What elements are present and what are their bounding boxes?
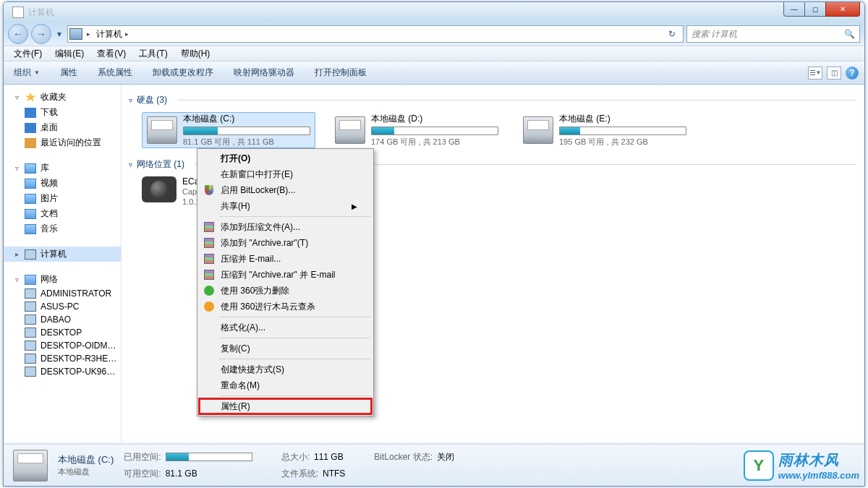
sidebar-net-2[interactable]: DABAO (4, 313, 121, 326)
details-name: 本地磁盘 (C:) (58, 453, 114, 466)
sidebar-item-documents[interactable]: 文档 (4, 206, 121, 221)
sidebar-network[interactable]: ▿网络 (4, 272, 121, 287)
explorer-window: 计算机 — ◻ ✕ ← → ▾ ▸ 计算机▸ ↻ 搜索 计算机 🔍 文件(F) … (3, 1, 865, 487)
ctx-label: 创建快捷方式(S) (221, 364, 284, 376)
drive-icon (147, 116, 177, 144)
drive-item-2[interactable]: 本地磁盘 (E:) 195 GB 可用 , 共 232 GB (518, 112, 692, 148)
tool-mapdrive[interactable]: 映射网络驱动器 (229, 64, 299, 82)
tool-sysprops[interactable]: 系统属性 (93, 64, 137, 82)
breadcrumb-seg-root[interactable]: ▸ (84, 26, 93, 42)
pc-icon (25, 288, 36, 299)
ctx-item-1[interactable]: 在新窗口中打开(E) (199, 166, 372, 182)
tool-properties[interactable]: 属性 (56, 64, 82, 82)
sidebar-item-pictures[interactable]: 图片 (4, 191, 121, 206)
details-total: 111 GB (314, 452, 344, 462)
menu-help[interactable]: 帮助(H) (175, 46, 216, 61)
sidebar-net-1[interactable]: ASUS-PC (4, 300, 121, 313)
menu-file[interactable]: 文件(F) (8, 46, 48, 61)
ctx-item-19[interactable]: 属性(R) (199, 398, 372, 414)
ctx-item-5[interactable]: 添加到压缩文件(A)... (199, 219, 372, 235)
breadcrumb-seg-computer[interactable]: 计算机▸ (93, 26, 132, 42)
breadcrumb[interactable]: ▸ 计算机▸ ↻ (67, 25, 684, 43)
menu-view[interactable]: 查看(V) (91, 46, 132, 61)
network-icon (25, 275, 36, 285)
tool-controlpanel[interactable]: 打开控制面板 (310, 64, 371, 82)
shield-icon (205, 185, 213, 195)
drive-item-1[interactable]: 本地磁盘 (D:) 174 GB 可用 , 共 213 GB (330, 112, 503, 148)
ctx-item-17[interactable]: 重命名(M) (199, 377, 372, 393)
ctx-item-12[interactable]: 格式化(A)... (199, 320, 372, 335)
context-menu: 打开(O)在新窗口中打开(E)启用 BitLocker(B)...共享(H)▶添… (197, 148, 374, 416)
ctx-label: 压缩到 "Archive.rar" 并 E-mail (221, 269, 336, 281)
menu-edit[interactable]: 编辑(E) (49, 46, 90, 61)
titlebar[interactable]: 计算机 (4, 2, 864, 22)
close-button[interactable]: ✕ (825, 2, 860, 17)
pc-icon (25, 341, 36, 351)
computer-icon (25, 249, 36, 260)
details-fs: NTFS (323, 468, 345, 479)
sidebar-net-5[interactable]: DESKTOP-R3HE… (4, 352, 121, 365)
rar-icon (204, 254, 214, 264)
sidebar-item-recent[interactable]: 最近访问的位置 (4, 135, 121, 150)
details-pane: 本地磁盘 (C:) 本地磁盘 已用空间: 可用空间:81.1 GB 总大小:11… (4, 444, 864, 486)
pc-icon (25, 367, 36, 377)
ctx-item-9[interactable]: 使用 360强力删除 (199, 283, 372, 299)
ctx-label: 重命名(M) (221, 380, 260, 392)
window-title: 计算机 (28, 7, 861, 19)
help-icon[interactable]: ? (846, 67, 859, 80)
rar-icon (204, 270, 214, 280)
ctx-item-7[interactable]: 压缩并 E-mail... (199, 251, 372, 267)
computer-icon (69, 28, 82, 40)
desktop-icon (25, 123, 36, 133)
ctx-item-0[interactable]: 打开(O) (199, 150, 372, 166)
ctx-item-10[interactable]: 使用 360进行木马云查杀 (199, 299, 372, 314)
details-free: 81.1 GB (166, 468, 197, 479)
sidebar-item-desktop[interactable]: 桌面 (4, 120, 121, 135)
download-icon (25, 108, 36, 118)
refresh-button[interactable]: ↻ (663, 29, 681, 39)
sidebar-favorites[interactable]: ▿收藏夹 (4, 90, 121, 105)
section-drives-header[interactable]: ▿硬盘 (3) (129, 91, 856, 109)
drive-item-0[interactable]: 本地磁盘 (C:) 81.1 GB 可用 , 共 111 GB (142, 112, 315, 148)
menu-tools[interactable]: 工具(T) (133, 46, 173, 61)
ctx-item-16[interactable]: 创建快捷方式(S) (199, 361, 372, 377)
chevron-right-icon: ▶ (352, 202, 357, 210)
sidebar-net-4[interactable]: DESKTOP-OIDM… (4, 339, 121, 352)
drive-name: 本地磁盘 (E:) (559, 113, 686, 125)
watermark-title: 雨林木风 (778, 450, 859, 470)
history-dropdown[interactable]: ▾ (54, 27, 64, 41)
pc-icon (25, 301, 36, 312)
drive-stat: 195 GB 可用 , 共 232 GB (559, 137, 686, 147)
sidebar: ▿收藏夹 下载 桌面 最近访问的位置 ▿库 视频 图片 文档 音乐 ▸计算机 ▿… (4, 85, 122, 442)
pc-icon (25, 314, 36, 325)
ctx-item-3[interactable]: 共享(H)▶ (199, 198, 372, 214)
forward-button[interactable]: → (31, 24, 51, 44)
ctx-item-8[interactable]: 压缩到 "Archive.rar" 并 E-mail (199, 267, 372, 283)
ctx-label: 使用 360强力删除 (221, 285, 289, 297)
sidebar-item-downloads[interactable]: 下载 (4, 105, 121, 120)
ctx-label: 在新窗口中打开(E) (221, 168, 293, 181)
search-icon[interactable]: 🔍 (844, 29, 855, 39)
minimize-button[interactable]: — (783, 2, 805, 17)
drive-icon (523, 116, 553, 144)
sidebar-item-music[interactable]: 音乐 (4, 221, 121, 236)
body: ▿收藏夹 下载 桌面 最近访问的位置 ▿库 视频 图片 文档 音乐 ▸计算机 ▿… (4, 85, 864, 442)
sidebar-computer[interactable]: ▸计算机 (4, 247, 121, 262)
sidebar-net-3[interactable]: DESKTOP (4, 326, 121, 339)
preview-pane-button[interactable]: ◫ (827, 67, 841, 80)
maximize-button[interactable]: ◻ (804, 2, 826, 17)
tool-uninstall[interactable]: 卸载或更改程序 (148, 64, 218, 82)
ctx-item-14[interactable]: 复制(C) (199, 341, 372, 356)
view-mode-button[interactable]: ☰ ▼ (808, 67, 822, 80)
sidebar-net-0[interactable]: ADMINISTRATOR (4, 287, 121, 300)
ctx-label: 添加到压缩文件(A)... (221, 221, 300, 234)
sidebar-net-6[interactable]: DESKTOP-UK96… (4, 365, 121, 378)
back-button[interactable]: ← (8, 24, 28, 44)
ctx-item-2[interactable]: 启用 BitLocker(B)... (199, 182, 372, 198)
ctx-item-6[interactable]: 添加到 "Archive.rar"(T) (199, 235, 372, 251)
sidebar-item-videos[interactable]: 视频 (4, 176, 121, 191)
ctx-label: 共享(H) (221, 200, 250, 213)
search-input[interactable]: 搜索 计算机 🔍 (686, 25, 860, 43)
sidebar-libraries[interactable]: ▿库 (4, 160, 121, 176)
tool-organize[interactable]: 组织 ▼ (9, 64, 44, 82)
